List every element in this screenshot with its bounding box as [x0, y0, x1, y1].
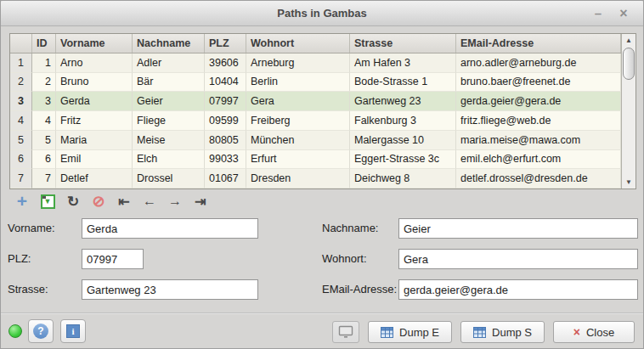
scrollbar-thumb[interactable] [623, 48, 635, 80]
table-row-selected[interactable]: 3 3 Gerda Geier 07997 Gera Gartenweg 23 … [10, 92, 621, 111]
cell-strasse: Malergasse 10 [350, 131, 456, 150]
save-record-button[interactable]: ▼ [35, 192, 60, 211]
next-record-icon: → [168, 194, 182, 209]
cell-id: 6 [32, 150, 56, 170]
minimize-button[interactable]: – [587, 1, 609, 25]
app-window: Paths in Gambas – × ID Vorname Nachname … [0, 0, 644, 349]
cell-email: bruno.baer@freenet.de [456, 73, 621, 93]
strasse-field[interactable] [82, 279, 258, 300]
grid-corner [10, 34, 32, 53]
cell-vorname: Arno [56, 53, 133, 73]
cell-wohnort: Berlin [246, 73, 350, 93]
wohnort-label: Wohnort: [322, 249, 367, 269]
cell-nachname: Geier [133, 92, 205, 111]
scroll-up-icon[interactable]: ▲ [622, 34, 636, 47]
column-header-email[interactable]: EMail-Adresse [456, 34, 621, 53]
dump-e-label: Dump E [399, 326, 439, 339]
nachname-label: Nachname: [322, 218, 378, 239]
title-bar[interactable]: Paths in Gambas – × [1, 1, 643, 26]
record-toolbar: + ▼ ↻ ⊘ ⇤ ← → ⇥ [9, 191, 213, 211]
cell-vorname: Emil [56, 150, 133, 170]
nachname-field[interactable] [398, 218, 638, 239]
close-x-icon: × [573, 325, 580, 339]
table-icon [473, 327, 486, 338]
cell-strasse: Gartenweg 23 [350, 92, 456, 111]
cell-plz: 09599 [205, 111, 246, 131]
cell-strasse: Deichweg 8 [350, 169, 456, 189]
cell-id: 1 [32, 53, 56, 73]
close-button[interactable]: × Close [553, 321, 635, 343]
cell-email: fritz.fliege@web.de [456, 111, 621, 131]
row-number: 1 [10, 53, 32, 73]
help-icon: ? [33, 324, 48, 339]
previous-record-icon: ← [143, 194, 156, 209]
plz-field[interactable] [82, 249, 144, 269]
cell-nachname: Drossel [133, 169, 205, 189]
cell-id: 3 [32, 92, 56, 111]
minimize-icon: – [595, 6, 602, 20]
row-number: 5 [10, 131, 32, 150]
help-button[interactable]: ? [28, 319, 54, 343]
cell-nachname: Bär [133, 73, 205, 93]
column-header-vorname[interactable]: Vorname [56, 34, 133, 53]
table-row[interactable]: 5 5 Maria Meise 80805 München Malergasse… [10, 131, 621, 150]
cell-wohnort: Dresden [246, 169, 350, 189]
scroll-down-icon[interactable]: ▼ [622, 176, 636, 189]
refresh-button[interactable]: ↻ [60, 192, 86, 211]
vorname-field[interactable] [82, 218, 258, 239]
cell-vorname: Fritz [56, 111, 133, 131]
table-row[interactable]: 2 2 Bruno Bär 10404 Berlin Bode-Strasse … [10, 73, 621, 93]
save-icon: ▼ [41, 194, 55, 209]
vertical-scrollbar[interactable]: ▲ ▼ [621, 34, 636, 189]
add-record-button[interactable]: + [9, 192, 35, 211]
vorname-label: Vorname: [8, 218, 55, 239]
info-button[interactable]: i [60, 319, 86, 343]
window-title: Paths in Gambas [1, 1, 643, 25]
email-field[interactable] [398, 279, 638, 300]
column-header-strasse[interactable]: Strasse [350, 34, 456, 53]
cell-vorname: Maria [56, 131, 133, 150]
dump-s-button[interactable]: Dump S [460, 321, 545, 343]
cell-wohnort: Freiberg [246, 111, 350, 131]
next-record-button[interactable]: → [162, 192, 188, 211]
last-record-button[interactable]: ⇥ [188, 192, 213, 211]
dump-e-button[interactable]: Dump E [368, 321, 452, 343]
cell-wohnort: Gera [246, 92, 350, 111]
monitor-button[interactable] [332, 321, 359, 343]
wohnort-field[interactable] [398, 249, 638, 269]
column-header-id[interactable]: ID [32, 34, 56, 53]
column-header-wohnort[interactable]: Wohnort [246, 34, 350, 53]
cell-email: gerda.geier@gera.de [456, 92, 621, 111]
cell-nachname: Elch [133, 150, 205, 170]
status-led [8, 324, 22, 338]
cell-nachname: Fliege [133, 111, 205, 131]
table-row[interactable]: 4 4 Fritz Fliege 09599 Freiberg Falkenbu… [10, 111, 621, 131]
first-record-icon: ⇤ [118, 194, 129, 210]
table-row[interactable]: 1 1 Arno Adler 39606 Arneburg Am Hafen 3… [10, 53, 621, 73]
info-icon: i [66, 324, 80, 338]
dump-s-label: Dump S [492, 326, 532, 339]
row-number: 6 [10, 150, 32, 170]
grid-header-row: ID Vorname Nachname PLZ Wohnort Strasse … [10, 34, 621, 53]
cell-strasse: Eggert-Strasse 3c [350, 150, 456, 170]
cell-vorname: Gerda [56, 92, 133, 111]
cell-wohnort: München [246, 131, 350, 150]
cell-wohnort: Erfurt [246, 150, 350, 170]
cell-strasse: Falkenburg 3 [350, 111, 456, 131]
close-label: Close [586, 326, 614, 339]
plz-label: PLZ: [8, 249, 31, 269]
column-header-nachname[interactable]: Nachname [133, 34, 205, 53]
plus-icon: + [17, 193, 27, 210]
table-row[interactable]: 7 7 Detlef Drossel 01067 Dresden Deichwe… [10, 169, 621, 189]
column-header-plz[interactable]: PLZ [205, 34, 246, 53]
close-window-button[interactable]: × [613, 1, 635, 25]
first-record-button[interactable]: ⇤ [111, 192, 137, 211]
table-row[interactable]: 6 6 Emil Elch 99033 Erfurt Eggert-Strass… [10, 150, 621, 170]
cancel-button[interactable]: ⊘ [86, 192, 111, 211]
cell-nachname: Meise [133, 131, 205, 150]
cell-email: detlef.drossel@dresden.de [456, 169, 621, 189]
cancel-icon: ⊘ [92, 192, 105, 211]
cell-email: emil.elch@erfurt.com [456, 150, 621, 170]
previous-record-button[interactable]: ← [137, 192, 162, 211]
last-record-icon: ⇥ [195, 194, 206, 210]
